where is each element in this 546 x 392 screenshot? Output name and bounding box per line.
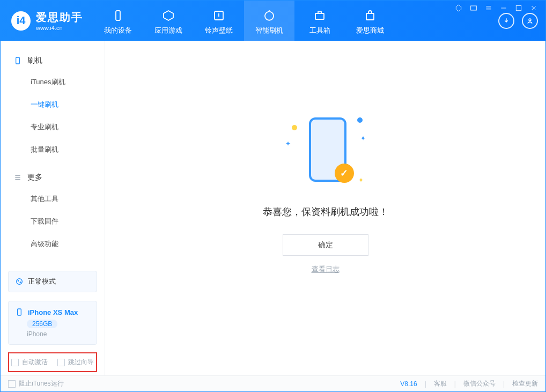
flash-icon [262, 9, 276, 23]
toolbox-icon [313, 9, 327, 23]
nav-label: 应用游戏 [154, 26, 182, 35]
svg-rect-9 [116, 11, 120, 20]
nav-shop[interactable]: 爱思商城 [345, 1, 395, 41]
win-menu-icon[interactable] [484, 4, 493, 12]
app-subtitle: www.i4.cn [36, 25, 83, 31]
apps-icon [161, 9, 175, 23]
device-small-icon [15, 308, 24, 316]
sidebar-item-onekey-flash[interactable]: 一键刷机 [1, 93, 105, 116]
svg-rect-1 [471, 6, 477, 10]
phone-small-icon [13, 56, 22, 65]
win-maximize-icon[interactable] [514, 4, 523, 12]
sidebar-group-more: 更多 [1, 167, 105, 188]
main-content: ✦ ✦ ✦ ✓ 恭喜您，保资料刷机成功啦！ 确定 查看日志 [105, 41, 545, 375]
win-minimize-icon[interactable] [499, 4, 508, 12]
win-folder-icon[interactable] [469, 4, 478, 12]
footer-label: 阻止iTunes运行 [19, 379, 64, 388]
device-card[interactable]: iPhone XS Max 256GB iPhone [8, 301, 97, 345]
sidebar-item-other-tools[interactable]: 其他工具 [1, 188, 105, 210]
svg-rect-22 [18, 309, 21, 315]
success-illustration: ✦ ✦ ✦ ✓ [285, 110, 366, 190]
device-icon [111, 9, 125, 23]
win-settings-icon[interactable] [454, 4, 463, 12]
sidebar: 刷机 iTunes刷机 一键刷机 专业刷机 批量刷机 更多 其他工具 下载固件 … [1, 41, 105, 375]
skip-wizard-checkbox[interactable]: 跳过向导 [57, 358, 94, 367]
more-icon [13, 173, 22, 182]
svg-rect-12 [318, 12, 321, 13]
sidebar-item-itunes-flash[interactable]: iTunes刷机 [1, 71, 105, 93]
version-label: V8.16 [400, 380, 417, 388]
svg-point-20 [18, 280, 19, 282]
sidebar-group-title: 更多 [27, 173, 42, 182]
nav-label: 智能刷机 [255, 26, 283, 35]
svg-point-19 [17, 279, 23, 285]
svg-point-21 [20, 282, 21, 283]
sidebar-item-pro-flash[interactable]: 专业刷机 [1, 116, 105, 138]
wechat-link[interactable]: 微信公众号 [463, 379, 496, 388]
device-name: iPhone XS Max [28, 308, 78, 316]
auto-activate-checkbox[interactable]: 自动激活 [11, 358, 48, 367]
svg-point-14 [529, 19, 531, 21]
logo-icon: i4 [11, 11, 31, 31]
svg-rect-6 [516, 5, 521, 10]
sidebar-item-batch-flash[interactable]: 批量刷机 [1, 138, 105, 161]
option-label: 自动激活 [22, 358, 48, 367]
svg-rect-13 [366, 13, 374, 20]
support-link[interactable]: 客服 [434, 379, 447, 388]
main-nav: 我的设备 应用游戏 铃声壁纸 智能刷机 工具箱 爱思商城 [93, 1, 395, 41]
sidebar-item-advanced[interactable]: 高级功能 [1, 233, 105, 255]
highlighted-options: 自动激活 跳过向导 [8, 352, 97, 372]
download-button[interactable] [498, 13, 514, 29]
nav-label: 工具箱 [309, 26, 330, 35]
svg-rect-15 [16, 57, 20, 64]
mode-icon [15, 277, 24, 286]
update-link[interactable]: 检查更新 [512, 379, 538, 388]
success-check-icon: ✓ [335, 164, 354, 183]
sidebar-item-download-fw[interactable]: 下载固件 [1, 210, 105, 233]
shop-icon [363, 9, 377, 23]
app-title: 爱思助手 [36, 10, 83, 25]
svg-rect-11 [315, 13, 324, 19]
footer: 阻止iTunes运行 V8.16 | 客服 | 微信公众号 | 检查更新 [1, 375, 545, 391]
nav-label: 爱思商城 [356, 26, 384, 35]
nav-flash[interactable]: 智能刷机 [244, 1, 294, 41]
device-type: iPhone [27, 330, 90, 338]
sidebar-group-flash: 刷机 [1, 50, 105, 71]
nav-toolbox[interactable]: 工具箱 [294, 1, 345, 41]
nav-my-device[interactable]: 我的设备 [93, 1, 143, 41]
user-button[interactable] [522, 13, 538, 29]
ok-button[interactable]: 确定 [283, 234, 368, 256]
nav-apps[interactable]: 应用游戏 [143, 1, 194, 41]
nav-label: 我的设备 [104, 26, 132, 35]
logo[interactable]: i4 爱思助手 www.i4.cn [1, 10, 93, 31]
mode-label: 正常模式 [28, 277, 56, 286]
win-close-icon[interactable] [529, 4, 538, 12]
success-message: 恭喜您，保资料刷机成功啦！ [263, 205, 388, 218]
nav-wallpaper[interactable]: 铃声壁纸 [194, 1, 244, 41]
option-label: 跳过向导 [68, 358, 94, 367]
view-log-link[interactable]: 查看日志 [312, 264, 340, 274]
mode-card[interactable]: 正常模式 [8, 271, 97, 292]
sidebar-group-title: 刷机 [27, 56, 42, 65]
svg-marker-0 [456, 5, 461, 11]
block-itunes-checkbox[interactable]: 阻止iTunes运行 [8, 379, 64, 388]
nav-label: 铃声壁纸 [205, 26, 233, 35]
device-capacity: 256GB [27, 320, 57, 328]
music-icon [212, 9, 226, 23]
